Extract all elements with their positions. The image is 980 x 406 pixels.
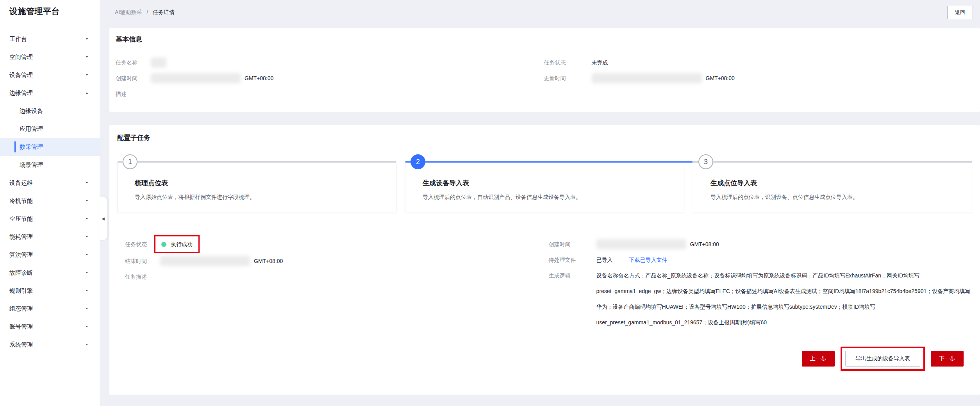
sidebar-item-account-mgmt[interactable]: 账号管理 ▼ (0, 318, 100, 336)
step-3-card[interactable]: 3 生成点位导入表 导入梳理后的点位表，识别设备、点位信息生成点位导入表。 (693, 162, 972, 212)
edge-mgmt-submenu: 边缘设备 应用管理 数采管理 场景管理 (0, 102, 100, 174)
annotation-box-export: 导出生成的设备导入表 (841, 347, 925, 371)
chevron-down-icon: ▼ (85, 253, 89, 256)
basic-info-left-column: 任务名称 创建时间 GMT+08:00 描述 (116, 55, 544, 102)
collapse-left-icon: ◀ (102, 216, 105, 221)
field-generation-logic: 生成逻辑 设备名称命名方式：产品名称_原系统设备名称；设备标识码均填写为原系统设… (549, 268, 973, 330)
sidebar-item-scene-mgmt[interactable]: 场景管理 (0, 156, 100, 174)
chevron-down-icon: ▼ (85, 217, 89, 220)
sidebar-item-device-mgmt[interactable]: 设备管理 ▼ (0, 66, 100, 84)
sidebar-item-edge-device[interactable]: 边缘设备 (0, 102, 100, 120)
chevron-down-icon: ▼ (85, 73, 89, 77)
field-update-time: 更新时间 GMT+08:00 (544, 70, 973, 86)
action-buttons: 上一步 导出生成的设备导入表 下一步 (117, 347, 972, 371)
step-1-circle: 1 (123, 154, 137, 169)
step-2-description: 导入梳理后的点位表，自动识别产品、设备信息生成设备导入表。 (423, 194, 674, 201)
chevron-down-icon: ▼ (85, 235, 89, 238)
redacted-task-name (151, 57, 166, 68)
field-subtask-create-time: 创建时间 GMT+08:00 (549, 236, 973, 252)
step-1-title: 梳理点位表 (135, 179, 386, 188)
subtask-card: 配置子任务 1 梳理点位表 导入原始点位表，将根据样例文件进行字段梳理。 2 生… (109, 125, 980, 395)
pending-file-status: 已导入 (596, 257, 613, 263)
chevron-down-icon: ▼ (85, 181, 89, 184)
redacted-update-time (592, 73, 702, 83)
chevron-down-icon: ▼ (85, 343, 89, 346)
sidebar-item-compressor-energy[interactable]: 空压节能 ▼ (0, 210, 100, 228)
app-title: 设施管理平台 (0, 0, 100, 17)
chevron-up-icon: ▲ (85, 91, 89, 95)
step-1-connector-line (118, 161, 396, 163)
field-description: 描述 (116, 86, 544, 102)
sidebar-item-device-ops[interactable]: 设备运维 ▼ (0, 174, 100, 192)
chevron-down-icon: ▼ (85, 289, 89, 292)
sidebar-item-app-mgmt[interactable]: 应用管理 (0, 120, 100, 138)
chevron-down-icon: ▼ (85, 325, 89, 328)
redacted-create-time (151, 73, 241, 83)
field-subtask-status: 任务状态 执行成功 (125, 236, 549, 253)
breadcrumb: AI辅助数采 / 任务详情 (115, 9, 175, 16)
basic-info-right-column: 任务状态 未完成 更新时间 GMT+08:00 (544, 55, 973, 102)
basic-info-title: 基本信息 (116, 35, 972, 44)
sidebar-item-configuration-mgmt[interactable]: 组态管理 ▼ (0, 300, 100, 318)
success-dot-icon (161, 242, 166, 247)
field-create-time: 创建时间 GMT+08:00 (116, 70, 544, 86)
redacted-end-time (160, 256, 250, 266)
sidebar-item-space-mgmt[interactable]: 空间管理 ▼ (0, 48, 100, 66)
basic-info-card: 基本信息 任务名称 创建时间 GMT+08:00 描述 任务状态 (109, 28, 980, 112)
step-1-card[interactable]: 1 梳理点位表 导入原始点位表，将根据样例文件进行字段梳理。 (117, 162, 396, 212)
sidebar-item-edge-mgmt[interactable]: 边缘管理 ▲ (0, 84, 100, 102)
download-imported-file-link[interactable]: 下载已导入文件 (629, 257, 667, 263)
sidebar-item-chiller-energy[interactable]: 冷机节能 ▼ (0, 192, 100, 210)
basic-info-grid: 任务名称 创建时间 GMT+08:00 描述 任务状态 未完成 (116, 55, 972, 102)
topbar: AI辅助数采 / 任务详情 返回 (109, 0, 980, 25)
step-2-title: 生成设备导入表 (423, 179, 674, 188)
sidebar-item-data-collection-mgmt[interactable]: 数采管理 (0, 138, 100, 156)
subtask-detail-left: 任务状态 执行成功 结束时间 GMT+08:00 任务描述 (125, 236, 549, 330)
main-content: AI辅助数采 / 任务详情 返回 基本信息 任务名称 创建时间 GMT+08:0… (109, 0, 980, 406)
step-2-card[interactable]: 2 生成设备导入表 导入梳理后的点位表，自动识别产品、设备信息生成设备导入表。 (405, 162, 684, 212)
breadcrumb-parent[interactable]: AI辅助数采 (115, 9, 142, 15)
chevron-down-icon: ▼ (85, 271, 89, 274)
sidebar-item-system-mgmt[interactable]: 系统管理 ▼ (0, 336, 100, 354)
chevron-down-icon: ▼ (85, 55, 89, 59)
redacted-subtask-create-time (596, 239, 686, 249)
back-button[interactable]: 返回 (947, 6, 973, 19)
subtask-detail: 任务状态 执行成功 结束时间 GMT+08:00 任务描述 (117, 236, 972, 330)
step-3-circle: 3 (698, 154, 713, 169)
sidebar: 设施管理平台 工作台 ▼ 空间管理 ▼ 设备管理 ▼ 边缘管理 ▲ 边缘设备 应… (0, 0, 100, 406)
chevron-down-icon: ▼ (85, 307, 89, 310)
step-3-connector-line (693, 161, 972, 163)
field-task-status: 任务状态 未完成 (544, 55, 973, 70)
generation-logic-text: 设备名称命名方式：产品名称_原系统设备名称；设备标识码均填写为原系统设备标识码；… (596, 268, 973, 330)
next-step-button[interactable]: 下一步 (931, 351, 964, 367)
subtask-status-text: 执行成功 (171, 236, 193, 252)
field-pending-file: 待处理文件 已导入 下载已导入文件 (549, 252, 973, 268)
sidebar-item-algorithm-mgmt[interactable]: 算法管理 ▼ (0, 246, 100, 264)
step-3-description: 导入梳理后的点位表，识别设备、点位信息生成点位导入表。 (710, 194, 962, 201)
step-1-description: 导入原始点位表，将根据样例文件进行字段梳理。 (135, 194, 386, 201)
subtask-detail-right: 创建时间 GMT+08:00 待处理文件 已导入 下载已导入文件 生成逻辑 设备… (549, 236, 973, 330)
step-2-circle: 2 (411, 154, 425, 169)
sidebar-collapse-handle[interactable]: ◀ (99, 197, 107, 240)
step-2-connector-line (405, 161, 693, 163)
sidebar-item-fault-diagnosis[interactable]: 故障诊断 ▼ (0, 264, 100, 282)
sidebar-item-rule-engine[interactable]: 规则引擎 ▼ (0, 282, 100, 300)
sidebar-menu: 工作台 ▼ 空间管理 ▼ 设备管理 ▼ 边缘管理 ▲ 边缘设备 应用管理 数采管… (0, 30, 100, 354)
chevron-down-icon: ▼ (85, 199, 89, 202)
breadcrumb-separator: / (146, 9, 148, 15)
stepper: 1 梳理点位表 导入原始点位表，将根据样例文件进行字段梳理。 2 生成设备导入表… (117, 162, 972, 212)
breadcrumb-current: 任务详情 (153, 9, 175, 15)
step-3-title: 生成点位导入表 (710, 179, 962, 188)
field-task-description: 任务描述 (125, 269, 549, 284)
export-device-table-button[interactable]: 导出生成的设备导入表 (845, 351, 920, 367)
sidebar-item-energy-mgmt[interactable]: 能耗管理 ▼ (0, 228, 100, 246)
field-task-name: 任务名称 (116, 55, 544, 70)
subtask-title: 配置子任务 (117, 133, 972, 142)
annotation-box-status: 执行成功 (154, 235, 200, 253)
chevron-down-icon: ▼ (85, 38, 89, 41)
previous-step-button[interactable]: 上一步 (802, 351, 835, 367)
sidebar-item-workbench[interactable]: 工作台 ▼ (0, 30, 100, 48)
field-end-time: 结束时间 GMT+08:00 (125, 253, 549, 269)
